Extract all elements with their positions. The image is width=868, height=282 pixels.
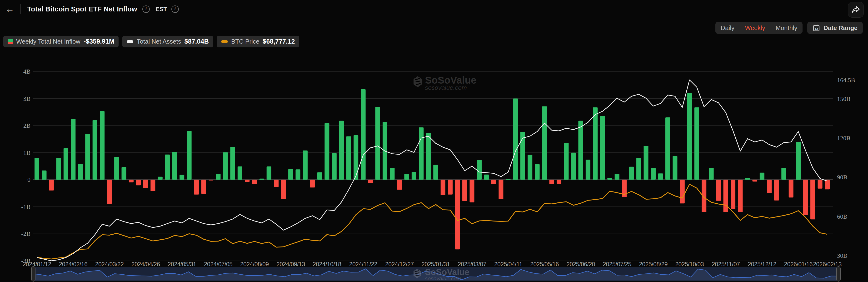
navigator-left-handle[interactable] [31,267,35,281]
inflow-bar [825,180,830,189]
x-axis-tick: 2024/11/22 [349,261,377,268]
inflow-bar [288,169,293,180]
inflow-bar [564,143,568,180]
inflow-bar [426,133,431,180]
inflow-bar [578,121,583,180]
inflow-bar [687,93,692,180]
x-axis-tick: 2024/05/31 [167,261,196,268]
timezone-info-icon[interactable]: i [172,5,179,13]
legend-value: $87.04B [185,38,209,45]
legend-item-inflow[interactable]: Weekly Total Net Inflow -$359.91M [3,36,119,48]
inflow-bar [259,179,264,180]
inflow-bar [324,123,329,180]
x-axis-tick: 2026/01/16 [784,261,812,268]
x-axis-tick: 2025/12/12 [748,261,776,268]
share-button[interactable] [848,2,864,18]
main-chart-svg[interactable]: 4B3B2B1B0-1B-2B-3B164.5B150B120B90B60B30… [0,67,868,282]
left-axis-tick: 1B [23,149,30,156]
legend-value: -$359.91M [84,38,114,45]
x-axis-tick: 2025/10/03 [675,261,704,268]
inflow-bar [694,107,699,180]
x-axis-tick: 2025/06/20 [566,261,595,268]
inflow-bar [267,166,271,180]
x-axis-tick: 2025/04/11 [494,261,522,268]
legend-label: Weekly Total Net Inflow [16,38,80,45]
assets-swatch-icon [127,40,133,43]
inflow-bar [550,180,554,184]
navigator-right-handle[interactable] [837,267,840,281]
inflow-bar [818,180,823,188]
inflow-bar [390,168,395,180]
price-swatch-icon [221,40,228,43]
inflow-bar [375,107,380,180]
inflow-bar [571,153,576,180]
legend-label: Total Net Assets [137,38,181,45]
inflow-bar [281,180,286,199]
inflow-bar [151,180,155,191]
inflow-bar [180,175,184,180]
x-axis-tick: 2025/03/07 [458,261,486,268]
inflow-bar [542,106,547,180]
inflow-bar [165,155,170,180]
inflow-bar [709,168,714,180]
inflow-bar [136,180,141,185]
inflow-bar [100,111,104,180]
inflow-bar [310,180,315,187]
tab-monthly[interactable]: Monthly [776,24,797,32]
inflow-bar [781,168,786,180]
legend-item-assets[interactable]: Total Net Assets $87.04B [122,36,213,48]
legend-label: BTC Price [231,38,259,45]
inflow-bar [274,180,279,187]
left-axis-tick: 4B [23,68,30,75]
inflow-swatch-icon [8,39,13,44]
x-axis-tick: 2025/01/31 [422,261,450,268]
inflow-bar [34,158,39,180]
inflow-bar [680,180,685,203]
inflow-bar [513,99,518,180]
tab-daily[interactable]: Daily [721,24,735,32]
svg-text:sosovalue.com: sosovalue.com [425,84,467,91]
inflow-bar [332,153,337,180]
inflow-bar [745,178,750,180]
inflow-bar [85,134,90,180]
left-axis-tick: 2B [23,122,30,129]
chart-area[interactable]: 4B3B2B1B0-1B-2B-3B164.5B150B120B90B60B30… [0,67,868,282]
inflow-bar [644,146,649,180]
inflow-bar [789,180,794,197]
share-icon [851,5,860,14]
app-root: { "header": {"title": "Total Bitcoin Spo… [0,0,868,282]
right-axis-tick: 90B [837,174,847,181]
left-axis-tick: -2B [21,230,30,237]
inflow-bar [520,132,525,180]
inflow-bar [593,107,597,180]
x-axis-tick: 2024/08/09 [240,261,269,268]
inflow-bar [122,167,126,180]
inflow-bar [64,148,68,180]
tab-weekly[interactable]: Weekly [745,24,765,32]
inflow-bar [615,174,619,180]
inflow-bar [412,172,416,180]
legend-item-price[interactable]: BTC Price $68,777.12 [217,36,299,48]
back-button[interactable]: ← [3,4,16,14]
svg-text:12: 12 [815,27,818,30]
date-range-label: Date Range [824,24,858,32]
inflow-bar [731,180,735,209]
inflow-bar [129,180,133,182]
header: ← Total Bitcoin Spot ETF Net Inflow i ES… [3,2,179,16]
inflow-bar [658,174,663,180]
info-icon[interactable]: i [143,5,150,13]
x-axis-tick: 2024/10/18 [313,261,341,268]
left-axis-tick: -1B [21,203,30,210]
inflow-bars[interactable] [34,89,830,249]
x-axis-tick: 2024/12/27 [385,261,414,268]
inflow-bar [252,180,257,184]
inflow-bar [651,168,656,180]
inflow-bar [760,173,765,180]
inflow-bar [448,180,453,194]
inflow-bar [71,119,75,180]
inflow-bar [600,116,605,180]
inflow-bar [361,89,366,180]
right-axis-tick: 120B [837,135,850,142]
inflow-bar [491,180,496,184]
date-range-button[interactable]: 12 Date Range [807,22,863,34]
